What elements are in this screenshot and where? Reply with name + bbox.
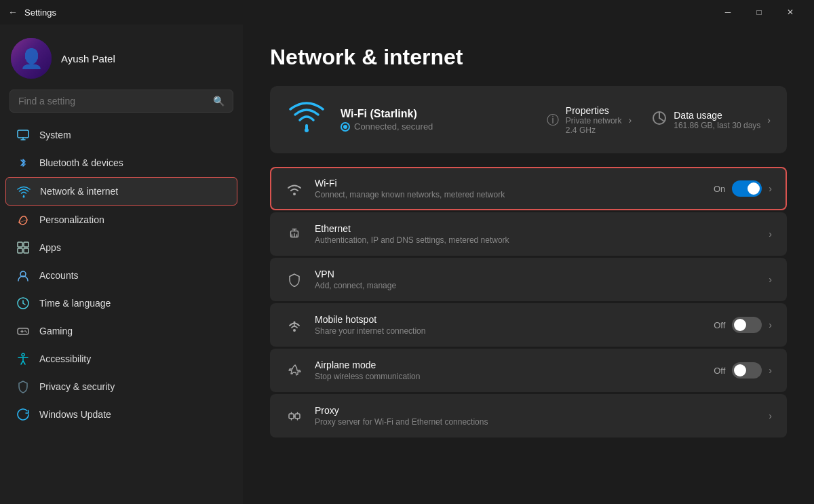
setting-text-airplane-mode: Airplane mode Stop wireless communicatio… xyxy=(315,360,703,381)
svg-rect-3 xyxy=(24,242,28,247)
sidebar-item-label-privacy: Privacy & security xyxy=(39,381,115,392)
setting-name-vpn: VPN xyxy=(315,269,758,279)
data-usage-link[interactable]: Data usage 161.86 GB, last 30 days › xyxy=(652,105,771,135)
system-icon xyxy=(16,128,30,142)
nav-list: System Bluetooth & devices Network & int… xyxy=(0,121,243,429)
setting-item-ethernet[interactable]: Ethernet Authentication, IP and DNS sett… xyxy=(270,212,787,256)
sidebar-item-privacy[interactable]: Privacy & security xyxy=(5,373,237,400)
sidebar-item-label-bluetooth: Bluetooth & devices xyxy=(39,157,123,168)
sidebar-item-accounts[interactable]: Accounts xyxy=(5,262,237,289)
search-input[interactable] xyxy=(18,96,208,106)
toggle-thumb-wifi xyxy=(748,182,760,195)
sidebar-item-network[interactable]: Network & internet xyxy=(5,177,237,206)
titlebar: ← Settings ─ □ ✕ xyxy=(0,0,814,24)
chevron-mobile-hotspot: › xyxy=(769,319,772,330)
properties-chevron: › xyxy=(629,115,632,125)
bluetooth-icon xyxy=(16,156,30,170)
accessibility-icon xyxy=(16,352,30,366)
mobile-hotspot-icon xyxy=(285,315,304,334)
sidebar-item-bluetooth[interactable]: Bluetooth & devices xyxy=(5,149,237,176)
toggle-label-wifi: On xyxy=(714,184,725,194)
setting-item-vpn[interactable]: VPN Add, connect, manage › xyxy=(270,258,787,301)
svg-point-11 xyxy=(22,353,24,356)
apps-icon xyxy=(16,241,30,254)
toggle-wifi[interactable] xyxy=(732,180,762,197)
back-button[interactable]: ← xyxy=(8,7,18,18)
setting-control-wifi: On › xyxy=(714,180,772,197)
svg-point-1 xyxy=(23,196,25,198)
wifi-banner: Wi-Fi (Starlink) Connected, secured ⓘ Pr… xyxy=(270,86,787,153)
chevron-vpn: › xyxy=(769,274,772,285)
setting-desc-ethernet: Authentication, IP and DNS settings, met… xyxy=(315,235,758,245)
info-icon: ⓘ xyxy=(547,112,559,128)
search-icon: 🔍 xyxy=(213,96,225,106)
airplane-mode-icon xyxy=(285,361,304,380)
sidebar-item-label-gaming: Gaming xyxy=(39,326,73,336)
ethernet-icon xyxy=(285,225,304,244)
titlebar-left: ← Settings xyxy=(8,7,56,18)
sidebar-item-system[interactable]: System xyxy=(5,121,237,149)
sidebar-item-update[interactable]: Windows Update xyxy=(5,401,237,428)
svg-rect-4 xyxy=(18,248,22,253)
close-button[interactable]: ✕ xyxy=(775,0,806,24)
wifi-signal-icon xyxy=(286,100,327,140)
setting-name-ethernet: Ethernet xyxy=(315,223,758,234)
setting-control-vpn: › xyxy=(769,274,772,285)
wifi-icon xyxy=(285,179,304,198)
setting-desc-proxy: Proxy server for Wi-Fi and Ethernet conn… xyxy=(315,417,758,427)
sidebar-item-accessibility[interactable]: Accessibility xyxy=(5,345,237,372)
sidebar-item-personalization[interactable]: Personalization xyxy=(5,206,237,233)
svg-point-9 xyxy=(24,330,26,332)
wifi-properties: ⓘ Properties Private network2.4 GHz › xyxy=(547,105,771,135)
sidebar-item-time[interactable]: Time & language xyxy=(5,290,237,317)
svg-rect-0 xyxy=(18,130,28,138)
setting-name-mobile-hotspot: Mobile hotspot xyxy=(315,314,703,325)
setting-name-airplane-mode: Airplane mode xyxy=(315,360,703,370)
page-title: Network & internet xyxy=(270,45,787,70)
setting-control-airplane-mode: Off › xyxy=(714,362,772,379)
data-usage-chevron: › xyxy=(767,115,771,125)
sidebar-item-label-accessibility: Accessibility xyxy=(39,353,91,364)
sidebar-item-apps[interactable]: Apps xyxy=(5,234,237,261)
vpn-icon xyxy=(285,270,304,289)
sidebar-item-label-personalization: Personalization xyxy=(39,214,104,225)
setting-desc-vpn: Add, connect, manage xyxy=(315,281,758,290)
sidebar-item-label-time: Time & language xyxy=(39,298,111,309)
privacy-icon xyxy=(16,380,30,393)
properties-link[interactable]: ⓘ Properties Private network2.4 GHz › xyxy=(547,105,632,135)
search-box[interactable]: 🔍 xyxy=(9,90,233,113)
sidebar-item-label-update: Windows Update xyxy=(39,409,111,420)
minimize-button[interactable]: ─ xyxy=(712,0,743,24)
settings-list: Wi-Fi Connect, manage known networks, me… xyxy=(270,167,787,438)
svg-rect-5 xyxy=(24,248,28,253)
accounts-icon xyxy=(16,269,30,282)
setting-control-ethernet: › xyxy=(769,229,772,239)
svg-point-10 xyxy=(26,332,27,333)
content-area: Network & internet Wi-Fi (Starlink) xyxy=(243,24,814,504)
setting-control-mobile-hotspot: Off › xyxy=(714,317,772,333)
setting-name-proxy: Proxy xyxy=(315,405,758,416)
sidebar-item-gaming[interactable]: Gaming xyxy=(5,317,237,345)
chevron-proxy: › xyxy=(769,410,772,421)
toggle-mobile-hotspot[interactable] xyxy=(732,317,762,333)
properties-sub: Private network2.4 GHz xyxy=(566,116,622,135)
toggle-thumb-airplane-mode xyxy=(734,364,746,376)
svg-rect-2 xyxy=(18,242,22,247)
setting-desc-airplane-mode: Stop wireless communication xyxy=(315,372,703,381)
toggle-label-mobile-hotspot: Off xyxy=(714,320,725,330)
network-icon xyxy=(17,185,31,198)
app-title: Settings xyxy=(24,7,56,18)
setting-item-wifi[interactable]: Wi-Fi Connect, manage known networks, me… xyxy=(270,167,787,210)
toggle-airplane-mode[interactable] xyxy=(732,362,762,379)
data-usage-label: Data usage xyxy=(674,110,760,121)
setting-item-airplane-mode[interactable]: Airplane mode Stop wireless communicatio… xyxy=(270,349,787,392)
user-profile: 👤 Ayush Patel xyxy=(0,24,243,90)
wifi-status: Connected, secured xyxy=(341,121,533,132)
time-icon xyxy=(16,296,30,310)
setting-item-proxy[interactable]: Proxy Proxy server for Wi-Fi and Etherne… xyxy=(270,394,787,438)
properties-text: Properties Private network2.4 GHz xyxy=(566,105,622,135)
wifi-status-inner-dot xyxy=(343,125,347,129)
wifi-status-text: Connected, secured xyxy=(354,121,433,132)
maximize-button[interactable]: □ xyxy=(743,0,775,24)
setting-item-mobile-hotspot[interactable]: Mobile hotspot Share your internet conne… xyxy=(270,303,787,347)
